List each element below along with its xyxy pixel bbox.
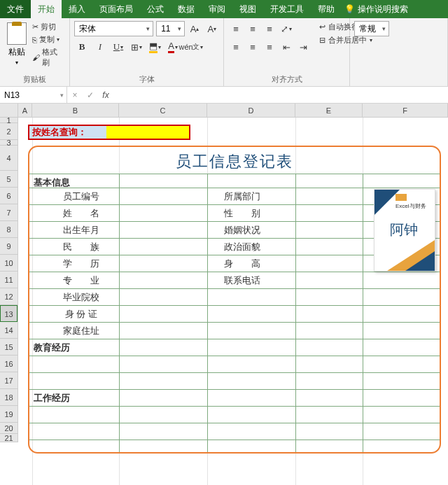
tab-review[interactable]: 审阅: [202, 0, 232, 18]
form-title: 员工信息登记表: [28, 151, 441, 172]
bold-button[interactable]: B: [74, 39, 90, 55]
group-label-font: 字体: [74, 73, 219, 85]
decrease-font-button[interactable]: A▾: [204, 21, 219, 36]
row-14[interactable]: 14: [0, 322, 18, 339]
align-middle-button[interactable]: ≡: [245, 21, 260, 36]
row-13[interactable]: 13: [0, 305, 18, 322]
col-F[interactable]: F: [363, 104, 448, 117]
col-B[interactable]: B: [32, 104, 119, 117]
row-20[interactable]: 20: [0, 423, 18, 434]
row-4[interactable]: 4: [0, 146, 18, 171]
enter-formula-button[interactable]: ✓: [83, 90, 98, 100]
field-idcard: 身 份 证: [46, 308, 116, 321]
row-17[interactable]: 17: [0, 372, 18, 389]
row-6[interactable]: 6: [0, 188, 18, 204]
section-basic: 基本信息: [34, 176, 70, 189]
copy-icon: ⎘: [32, 36, 37, 44]
tab-help[interactable]: 帮助: [311, 0, 342, 18]
field-marital: 婚姻状况: [207, 224, 277, 237]
field-phone: 联系电话: [207, 274, 277, 287]
cancel-formula-button[interactable]: ×: [67, 90, 83, 100]
tab-data[interactable]: 数据: [171, 0, 202, 18]
italic-button[interactable]: I: [92, 39, 108, 55]
align-left-button[interactable]: ≡: [228, 39, 244, 55]
group-clipboard: 粘贴 ▾ ✂剪切 ⎘复制▾ 🖌格式刷 剪贴板: [0, 18, 70, 86]
name-box[interactable]: N13: [0, 87, 67, 103]
row-19[interactable]: 19: [0, 406, 18, 423]
cut-button[interactable]: ✂剪切: [31, 21, 65, 33]
align-bottom-button[interactable]: ≡: [262, 21, 277, 36]
select-all-corner[interactable]: [0, 104, 18, 117]
paste-button[interactable]: 粘贴 ▾: [4, 21, 29, 69]
menu-bar: 文件 开始 插入 页面布局 公式 数据 审阅 视图 开发工具 帮助 💡 操作说明…: [0, 0, 448, 18]
align-right-button[interactable]: ≡: [262, 39, 277, 55]
cell-grid[interactable]: 按姓名查询： 员工信息登记表 基本信息 员工编号 姓 名 出生年月 民 族 学 …: [18, 118, 448, 485]
copy-button[interactable]: ⎘复制▾: [31, 34, 65, 45]
field-birth: 出生年月: [46, 224, 116, 237]
row-5[interactable]: 5: [0, 171, 18, 188]
row-headers: 1 2 3 4 5 6 7 8 9 10 11 12 13 14 15 16 1…: [0, 118, 18, 442]
row-18[interactable]: 18: [0, 389, 18, 406]
row-9[interactable]: 9: [0, 238, 18, 255]
col-D[interactable]: D: [207, 104, 295, 117]
book-big-text: 阿钟: [390, 220, 418, 239]
number-format-combo[interactable]: 常规: [354, 21, 389, 36]
help-search[interactable]: 💡 操作说明搜索: [344, 3, 408, 15]
tab-developer[interactable]: 开发工具: [263, 0, 311, 18]
copy-label: 复制: [39, 34, 55, 45]
indent-decrease-button[interactable]: ⇤: [279, 39, 294, 55]
tab-page-layout[interactable]: 页面布局: [92, 0, 140, 18]
field-edu: 学 历: [46, 258, 116, 270]
row-21[interactable]: 21: [0, 434, 18, 442]
row-8[interactable]: 8: [0, 221, 18, 238]
indent-increase-button[interactable]: ⇥: [295, 39, 311, 55]
field-political: 政治面貌: [207, 241, 277, 253]
scissors-icon: ✂: [32, 22, 38, 31]
tab-home[interactable]: 开始: [31, 0, 62, 18]
row-11[interactable]: 11: [0, 272, 18, 288]
orientation-button[interactable]: ⤢▾: [279, 21, 294, 36]
lightbulb-icon: 💡: [344, 4, 355, 14]
align-top-button[interactable]: ≡: [228, 21, 244, 36]
field-height: 身 高: [207, 258, 277, 270]
row-10[interactable]: 10: [0, 255, 18, 272]
help-search-label: 操作说明搜索: [358, 3, 408, 15]
tab-file[interactable]: 文件: [0, 0, 31, 18]
row-2[interactable]: 2: [0, 123, 18, 140]
font-name-combo[interactable]: 宋体: [74, 21, 153, 36]
row-15[interactable]: 15: [0, 339, 18, 356]
fill-color-button[interactable]: ⬒▾: [147, 39, 162, 55]
align-center-button[interactable]: ≡: [245, 39, 260, 55]
query-input-cell[interactable]: [106, 126, 189, 139]
formula-input[interactable]: [113, 87, 448, 103]
insert-function-button[interactable]: fx: [98, 90, 113, 100]
tab-formulas[interactable]: 公式: [140, 0, 171, 18]
group-font: 宋体 11 A▴ A▾ B I U▾ ⊞▾ ⬒▾ A▾ wén文▾ 字体: [70, 18, 224, 86]
row-7[interactable]: 7: [0, 204, 18, 221]
formula-bar: N13 × ✓ fx: [0, 87, 448, 104]
tab-view[interactable]: 视图: [232, 0, 263, 18]
worksheet[interactable]: A B C D E F 1 2 3 4 5 6 7 8 9 10 11 12 1…: [0, 104, 448, 485]
col-A[interactable]: A: [18, 104, 32, 117]
field-name: 姓 名: [46, 207, 116, 220]
field-ethnic: 民 族: [46, 241, 116, 253]
column-headers: A B C D E F: [0, 104, 448, 118]
field-address: 家庭住址: [46, 325, 116, 337]
query-label: 按姓名查询：: [29, 126, 106, 139]
col-E[interactable]: E: [295, 104, 363, 117]
format-painter-button[interactable]: 🖌格式刷: [31, 46, 65, 69]
border-button[interactable]: ⊞▾: [129, 39, 144, 55]
group-label-align: 对齐方式: [228, 73, 345, 85]
wrap-icon: ↩: [319, 22, 326, 31]
row-16[interactable]: 16: [0, 356, 18, 372]
row-12[interactable]: 12: [0, 288, 18, 305]
col-C[interactable]: C: [119, 104, 207, 117]
increase-font-button[interactable]: A▴: [188, 21, 202, 36]
tab-insert[interactable]: 插入: [62, 0, 92, 18]
field-emp-id: 员工编号: [46, 190, 116, 203]
row-3[interactable]: 3: [0, 140, 18, 146]
phonetic-button[interactable]: wén文▾: [183, 39, 199, 55]
row-1[interactable]: 1: [0, 118, 18, 123]
font-size-combo[interactable]: 11: [156, 21, 185, 36]
underline-button[interactable]: U▾: [111, 39, 126, 55]
